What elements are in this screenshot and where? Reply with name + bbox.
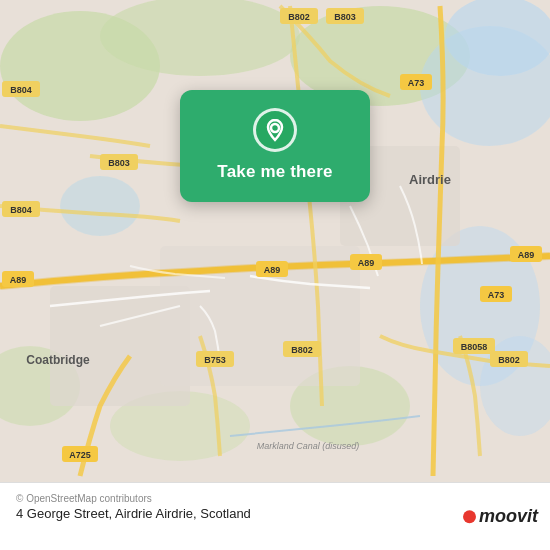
svg-text:A73: A73 — [408, 78, 425, 88]
address-text: 4 George Street, Airdrie Airdrie, Scotla… — [16, 506, 534, 521]
take-me-there-button[interactable]: Take me there — [217, 162, 332, 182]
moovit-dot — [463, 510, 476, 523]
svg-text:B804: B804 — [10, 85, 32, 95]
svg-point-11 — [60, 176, 140, 236]
svg-text:A89: A89 — [358, 258, 375, 268]
app: B802 B803 B804 A73 B803 B804 A89 — [0, 0, 550, 550]
svg-text:B803: B803 — [334, 12, 356, 22]
moovit-logo: moovit — [463, 504, 538, 530]
svg-text:A73: A73 — [488, 290, 505, 300]
pin-svg — [263, 118, 287, 142]
svg-text:Airdrie: Airdrie — [409, 172, 451, 187]
svg-text:B8058: B8058 — [461, 342, 488, 352]
svg-text:B802: B802 — [288, 12, 310, 22]
svg-text:A89: A89 — [518, 250, 535, 260]
svg-text:B753: B753 — [204, 355, 226, 365]
svg-point-50 — [271, 124, 279, 132]
svg-text:A89: A89 — [264, 265, 281, 275]
location-pin-icon — [253, 108, 297, 152]
bottom-bar: © OpenStreetMap contributors 4 George St… — [0, 482, 550, 550]
moovit-brand-text: moovit — [479, 506, 538, 527]
svg-text:B802: B802 — [498, 355, 520, 365]
svg-text:A89: A89 — [10, 275, 27, 285]
svg-text:A725: A725 — [69, 450, 91, 460]
svg-text:B804: B804 — [10, 205, 32, 215]
map-container: B802 B803 B804 A73 B803 B804 A89 — [0, 0, 550, 482]
svg-text:B803: B803 — [108, 158, 130, 168]
svg-text:Markland Canal (disused): Markland Canal (disused) — [257, 441, 360, 451]
svg-text:B802: B802 — [291, 345, 313, 355]
map-background: B802 B803 B804 A73 B803 B804 A89 — [0, 0, 550, 482]
svg-text:Coatbridge: Coatbridge — [26, 353, 90, 367]
location-card[interactable]: Take me there — [180, 90, 370, 202]
copyright-text: © OpenStreetMap contributors — [16, 493, 534, 504]
